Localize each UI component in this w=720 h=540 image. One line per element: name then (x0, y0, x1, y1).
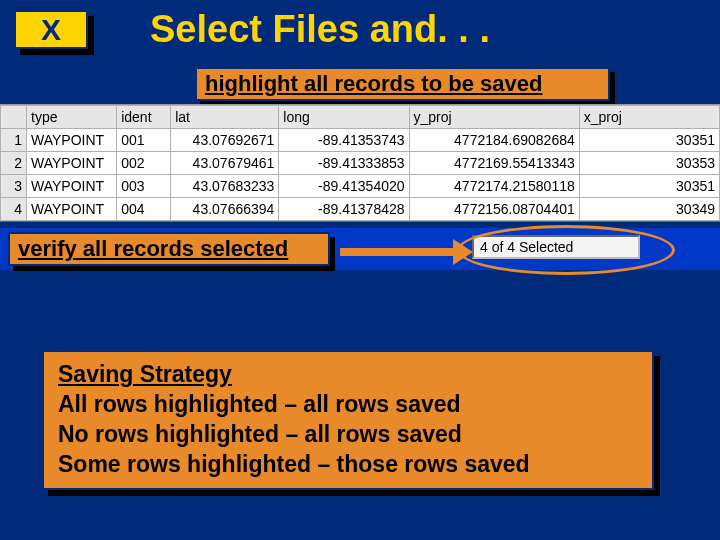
cell-xproj: 30353 (579, 152, 719, 175)
strategy-header: Saving Strategy (58, 360, 638, 390)
cell-lat: 43.07683233 (171, 175, 279, 198)
cell-type: WAYPOINT (27, 175, 117, 198)
cell-yproj: 4772156.08704401 (409, 198, 579, 221)
callout-verify-text: verify all records selected (8, 232, 330, 266)
col-type: type (27, 106, 117, 129)
slide-title: Select Files and. . . (150, 8, 490, 51)
row-num: 1 (1, 129, 27, 152)
col-lat: lat (171, 106, 279, 129)
cell-xproj: 30351 (579, 129, 719, 152)
strategy-box: Saving Strategy All rows highlighted – a… (42, 350, 654, 490)
callout-verify: verify all records selected (8, 232, 330, 266)
cell-lat: 43.07692671 (171, 129, 279, 152)
strategy-line1: All rows highlighted – all rows saved (58, 390, 638, 420)
table-row[interactable]: 1 WAYPOINT 001 43.07692671 -89.41353743 … (1, 129, 720, 152)
cell-ident: 001 (117, 129, 171, 152)
callout-highlight-text: highlight all records to be saved (195, 67, 610, 101)
cell-yproj: 4772174.21580118 (409, 175, 579, 198)
row-num: 2 (1, 152, 27, 175)
cell-lat: 43.07666394 (171, 198, 279, 221)
strategy-line3: Some rows highlighted – those rows saved (58, 450, 638, 480)
cell-long: -89.41378428 (279, 198, 409, 221)
cell-type: WAYPOINT (27, 129, 117, 152)
bullet-text: X (14, 10, 88, 49)
row-num: 3 (1, 175, 27, 198)
cell-long: -89.41333853 (279, 152, 409, 175)
selection-status-text: 4 of 4 Selected (480, 239, 573, 255)
cell-type: WAYPOINT (27, 198, 117, 221)
cell-ident: 003 (117, 175, 171, 198)
col-long: long (279, 106, 409, 129)
cell-type: WAYPOINT (27, 152, 117, 175)
cell-ident: 004 (117, 198, 171, 221)
col-ident: ident (117, 106, 171, 129)
col-xproj: x_proj (579, 106, 719, 129)
table-row[interactable]: 2 WAYPOINT 002 43.07679461 -89.41333853 … (1, 152, 720, 175)
table-header-row: type ident lat long y_proj x_proj (1, 106, 720, 129)
col-corner (1, 106, 27, 129)
callout-highlight: highlight all records to be saved (195, 67, 610, 101)
arrow-icon (340, 248, 455, 256)
cell-xproj: 30351 (579, 175, 719, 198)
data-table: type ident lat long y_proj x_proj 1 WAYP… (0, 104, 720, 222)
row-num: 4 (1, 198, 27, 221)
col-yproj: y_proj (409, 106, 579, 129)
bullet-icon: X (14, 10, 94, 55)
cell-lat: 43.07679461 (171, 152, 279, 175)
cell-ident: 002 (117, 152, 171, 175)
table-row[interactable]: 3 WAYPOINT 003 43.07683233 -89.41354020 … (1, 175, 720, 198)
cell-long: -89.41354020 (279, 175, 409, 198)
strategy-line2: No rows highlighted – all rows saved (58, 420, 638, 450)
cell-yproj: 4772169.55413343 (409, 152, 579, 175)
cell-yproj: 4772184.69082684 (409, 129, 579, 152)
cell-xproj: 30349 (579, 198, 719, 221)
table-row[interactable]: 4 WAYPOINT 004 43.07666394 -89.41378428 … (1, 198, 720, 221)
cell-long: -89.41353743 (279, 129, 409, 152)
selection-status: 4 of 4 Selected (472, 235, 640, 259)
